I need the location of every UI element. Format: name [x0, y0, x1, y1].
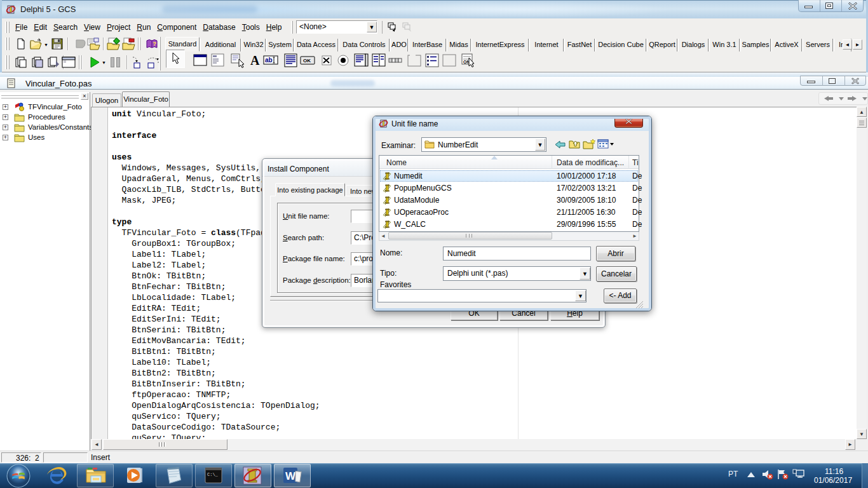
svg-text:?: ?	[153, 41, 157, 47]
svg-text:A: A	[250, 53, 260, 67]
svg-text:C:\_: C:\_	[207, 472, 219, 477]
svg-text:W: W	[285, 470, 296, 482]
svg-text:OK: OK	[303, 58, 311, 64]
svg-text:ab: ab	[265, 57, 273, 64]
